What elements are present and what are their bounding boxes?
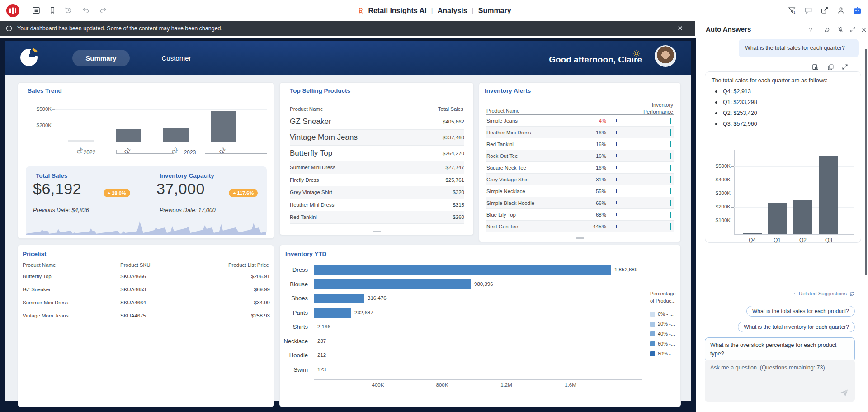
table-row[interactable]: Heather Mini Dress$315 (290, 199, 464, 212)
undo-icon[interactable] (81, 6, 90, 15)
redo-icon[interactable] (99, 6, 108, 15)
table-row[interactable]: Square Neck Tee16% (486, 162, 674, 174)
card-title: Pricelist (23, 251, 47, 257)
table-row[interactable]: Simple Necklace55% (486, 185, 674, 197)
send-icon[interactable] (839, 388, 849, 398)
table-row[interactable]: Blue Lily Top68% (486, 209, 674, 221)
bookmark-icon[interactable] (48, 6, 57, 15)
table-row[interactable]: Red Tankini16% (486, 138, 674, 150)
table-row[interactable]: Butterfly TopSKUA4666$206.91 (23, 270, 270, 283)
question-input[interactable] (705, 360, 855, 388)
avatar[interactable] (655, 45, 676, 67)
eraser-icon[interactable] (823, 26, 830, 33)
table-row[interactable]: Summer Mini DressSKUA4664$34.99 (23, 296, 270, 309)
tab-summary[interactable]: Summary (72, 50, 130, 66)
bar[interactable] (314, 322, 314, 332)
bar[interactable] (314, 308, 351, 318)
bar[interactable] (819, 156, 838, 234)
bar[interactable] (314, 279, 471, 289)
performance-tick (616, 225, 618, 228)
bar[interactable] (314, 365, 314, 375)
refresh-icon[interactable] (849, 291, 855, 297)
table-row[interactable]: Grey Vintage Shirt31% (486, 174, 674, 185)
column-header[interactable]: Product SKU (120, 262, 150, 268)
notification-bar: Your dashboard has been updated. Some of… (0, 21, 695, 36)
table-row[interactable]: GZ SneakerSKUA4653$69.99 (23, 283, 270, 296)
table-row[interactable]: Grey Vintage Shirt$320 (290, 186, 464, 199)
search-answer-icon[interactable] (811, 63, 819, 71)
assistant-bot-icon[interactable] (853, 6, 862, 15)
unpin-icon[interactable] (837, 26, 844, 33)
related-suggestions[interactable]: Related Suggestions (705, 289, 855, 298)
scroll-indicator[interactable] (373, 231, 381, 232)
comment-icon[interactable] (804, 6, 813, 15)
app-title: Retail Insights AI (368, 7, 426, 15)
list-icon[interactable] (32, 6, 41, 15)
filter-icon[interactable]: 1 (788, 6, 797, 15)
performance-bar (670, 118, 671, 124)
legend-item[interactable]: 80% -... (650, 351, 675, 356)
column-header[interactable]: Product Name (486, 108, 520, 114)
table-row[interactable]: Heather Mini Dress16% (486, 127, 674, 138)
history-icon[interactable] (64, 6, 73, 15)
bar[interactable] (793, 200, 812, 234)
table-row[interactable]: Simple Jeans4% (486, 115, 674, 127)
tab-customer[interactable]: Customer (149, 50, 203, 66)
close-icon[interactable] (676, 24, 684, 32)
bar[interactable] (314, 350, 314, 360)
bar[interactable] (768, 203, 787, 234)
tick-mark (731, 166, 734, 167)
copy-icon[interactable] (827, 63, 835, 71)
help-icon[interactable] (807, 26, 814, 33)
kpi-label: Total Sales (36, 172, 67, 179)
column-header[interactable]: Product Name (23, 262, 56, 268)
legend-item[interactable]: 40% -... (650, 331, 675, 336)
user-question-bubble: What is the total sales for each quarter… (739, 39, 859, 57)
suggestion-chip[interactable]: What is the total inventory for each qua… (738, 322, 855, 332)
table-row[interactable]: Summer Mini Dress$27,747 (290, 161, 464, 174)
close-icon[interactable] (860, 26, 868, 33)
column-header[interactable]: Product List Price (228, 262, 269, 268)
table-row[interactable]: Vintage Mom JeansSKUA4675$258.93 (23, 309, 270, 322)
category-label: Shirts (280, 323, 308, 330)
column-header[interactable]: Inventory Performance (639, 102, 673, 115)
bullet-dot (715, 101, 717, 104)
table-row[interactable]: Rock Out Tee16% (486, 150, 674, 162)
table-row[interactable]: Vintage Mom Jeans$337,460 (290, 130, 464, 146)
chevron-down-icon[interactable] (791, 291, 797, 296)
pricelist-card: Pricelist Product Name Product SKU Produ… (18, 245, 274, 407)
bar[interactable] (211, 111, 236, 142)
bar[interactable] (68, 140, 94, 142)
performance-bar (670, 200, 671, 206)
legend-item[interactable]: 60% -... (650, 341, 675, 346)
top-toolbar: Retail Insights AI | Analysis | Summary … (0, 0, 868, 21)
scrollbar[interactable] (865, 49, 867, 275)
expand-icon[interactable] (841, 63, 849, 71)
table-row[interactable]: Firefly Dress$25,761 (290, 174, 464, 187)
table-row[interactable]: Simple Black Hoodie66% (486, 197, 674, 209)
table-row[interactable]: Butterfly Top$264,270 (290, 146, 464, 161)
table-row[interactable]: GZ Sneaker$405,662 (290, 114, 464, 130)
bar[interactable] (163, 128, 189, 142)
user-icon[interactable] (836, 6, 845, 15)
performance-bar (670, 176, 671, 183)
collapse-icon[interactable] (849, 26, 856, 33)
bar[interactable] (314, 336, 314, 346)
total-sales-cell: $27,747 (445, 165, 464, 170)
bar[interactable] (314, 265, 611, 275)
bar[interactable] (743, 233, 762, 234)
bar[interactable] (116, 129, 141, 142)
scroll-indicator[interactable] (576, 237, 584, 239)
category-label: Hoodie (280, 352, 308, 359)
legend-item[interactable]: 20% -... (650, 321, 675, 327)
column-header[interactable]: Product Name (290, 106, 323, 112)
table-row[interactable]: Red Tankini$260 (290, 211, 464, 224)
share-icon[interactable] (820, 6, 829, 15)
app-logo[interactable] (6, 4, 19, 17)
bar[interactable] (314, 294, 364, 303)
table-row[interactable]: Next Gen Tee445% (486, 221, 674, 232)
legend-item[interactable]: 0% - ... (650, 311, 674, 317)
suggestion-box[interactable]: What is the overstock percentage for eac… (705, 337, 855, 362)
column-header[interactable]: Total Sales (438, 106, 463, 112)
suggestion-chip[interactable]: What is the total sales for each product… (746, 306, 855, 317)
